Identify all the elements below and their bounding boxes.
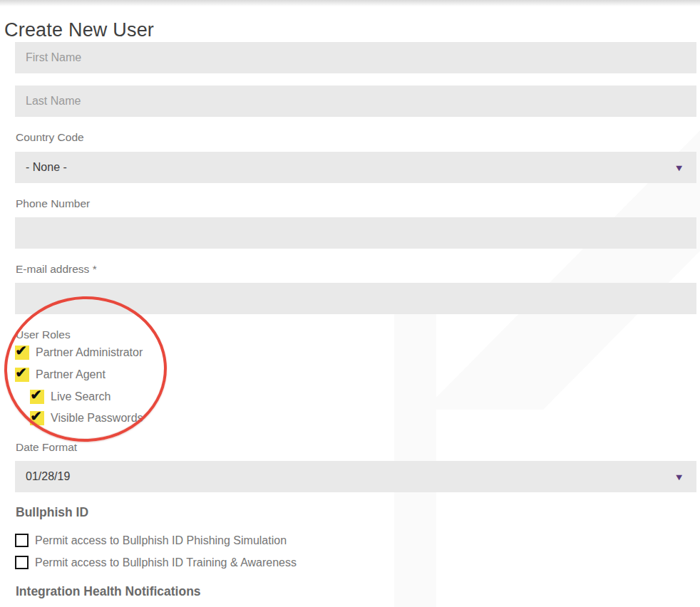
email-input[interactable]: [15, 283, 696, 314]
country-code-value: - None -: [26, 161, 674, 174]
checkmark-icon: ✔: [30, 408, 42, 424]
email-label: E-mail address *: [16, 263, 97, 276]
user-roles-label: User Roles: [16, 328, 71, 341]
checkmark-icon: ✔: [30, 387, 42, 403]
phone-number-label: Phone Number: [16, 197, 90, 210]
country-code-select[interactable]: - None - ▼: [15, 152, 696, 183]
bullphish-id-heading: Bullphish ID: [16, 505, 88, 520]
checkbox-label: Permit access to Bullphish ID Phishing S…: [35, 534, 287, 547]
checkbox-row-training-awareness[interactable]: Permit access to Bullphish ID Training &…: [15, 555, 297, 570]
checkbox-label: Partner Agent: [36, 368, 105, 381]
checkbox-training-awareness[interactable]: [15, 556, 29, 569]
checkbox-visible-passwords[interactable]: ✔: [30, 411, 44, 425]
checkbox-row-live-search[interactable]: ✔ Live Search: [30, 389, 111, 404]
checkbox-label: Partner Administrator: [36, 346, 143, 359]
create-new-user-form: Create New User Country Code - None - ▼ …: [0, 0, 700, 607]
checkbox-partner-agent[interactable]: ✔: [15, 368, 29, 382]
last-name-input[interactable]: [15, 85, 696, 117]
chevron-down-icon: ▼: [674, 472, 684, 482]
date-format-label: Date Format: [16, 441, 77, 454]
checkbox-label: Visible Passwords: [51, 412, 143, 425]
checkmark-icon: ✔: [15, 365, 27, 380]
checkbox-phishing-simulation[interactable]: [15, 534, 29, 547]
integration-health-notifications-heading: Integration Health Notifications: [16, 584, 201, 599]
top-toolbar-shadow: [0, 0, 700, 6]
checkbox-partner-administrator[interactable]: ✔: [15, 346, 29, 360]
checkbox-label: Live Search: [51, 390, 111, 403]
checkbox-live-search[interactable]: ✔: [30, 390, 44, 404]
date-format-value: 01/28/19: [26, 470, 674, 483]
country-code-label: Country Code: [16, 131, 84, 144]
checkmark-icon: ✔: [15, 343, 27, 358]
chevron-down-icon: ▼: [674, 163, 684, 172]
page-title: Create New User: [4, 19, 154, 41]
phone-number-input[interactable]: [15, 217, 696, 249]
date-format-select[interactable]: 01/28/19 ▼: [15, 461, 696, 492]
checkbox-label: Permit access to Bullphish ID Training &…: [35, 556, 297, 569]
checkbox-row-phishing-simulation[interactable]: Permit access to Bullphish ID Phishing S…: [15, 533, 287, 548]
checkbox-row-partner-agent[interactable]: ✔ Partner Agent: [15, 367, 105, 382]
checkbox-row-visible-passwords[interactable]: ✔ Visible Passwords: [30, 410, 143, 425]
first-name-input[interactable]: [15, 42, 696, 73]
checkbox-row-partner-administrator[interactable]: ✔ Partner Administrator: [15, 345, 143, 360]
